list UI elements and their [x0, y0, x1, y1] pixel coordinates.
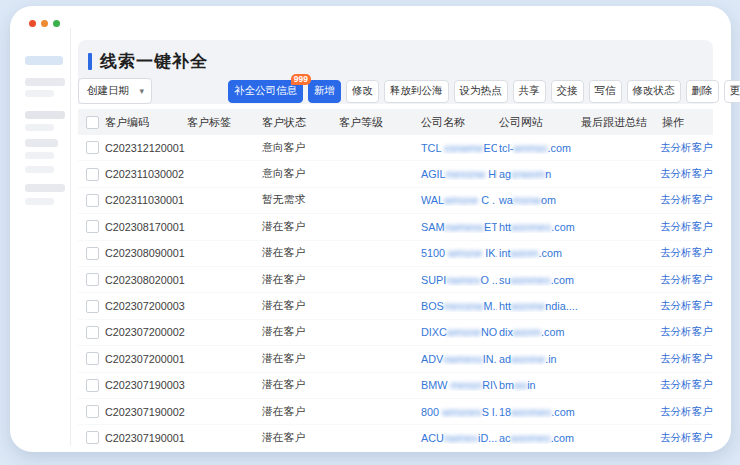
row-checkbox-cell	[78, 273, 103, 286]
toolbar-button-2[interactable]: 设为热点	[454, 80, 508, 103]
column-header-2: 客户状态	[260, 115, 337, 130]
row-checkbox-cell	[78, 220, 103, 233]
more-button[interactable]: 更多... ▾	[724, 80, 740, 103]
company-name-link[interactable]: TCL xsnwmeEC...	[419, 142, 497, 154]
company-website-link[interactable]: tcl-wnmso.com	[497, 142, 579, 154]
customer-code: C202307190003	[103, 379, 185, 391]
customer-code: C202312120001	[103, 142, 185, 154]
toolbar-button-0[interactable]: 修改	[346, 80, 379, 103]
sidebar-item[interactable]	[25, 198, 54, 205]
customer-status: 潜在客户	[260, 220, 337, 234]
window-minimize-icon[interactable]	[41, 20, 48, 27]
analyze-customer-link[interactable]: 去分析客户	[654, 246, 713, 260]
website-suf: .com	[541, 326, 564, 338]
customer-status: 意向客户	[260, 167, 337, 181]
window-maximize-icon[interactable]	[53, 20, 60, 27]
window-close-icon[interactable]	[29, 20, 36, 27]
row-checkbox[interactable]	[86, 405, 99, 418]
sidebar-item[interactable]	[25, 184, 65, 192]
row-checkbox[interactable]	[86, 194, 99, 207]
analyze-customer-link[interactable]: 去分析客户	[654, 299, 713, 313]
company-website-link[interactable]: suwsnmeo.com	[497, 274, 579, 286]
sidebar-item[interactable]	[25, 152, 54, 159]
customer-status: 潜在客户	[260, 352, 337, 366]
company-name-link[interactable]: AGILmexsnw HN...	[419, 168, 497, 180]
table-row: C202311030001 暂无需求 WALwmsne C . wamsnwom…	[78, 188, 713, 214]
customer-status: 潜在客户	[260, 431, 337, 445]
sidebar-item[interactable]	[25, 124, 54, 131]
sidebar-item-active[interactable]	[25, 56, 63, 65]
company-name-link[interactable]: DIXCwmsneNO...	[419, 326, 497, 338]
toolbar-button-7[interactable]: 删除	[686, 80, 719, 103]
company-suf: S I...	[482, 406, 497, 418]
row-checkbox[interactable]	[86, 352, 99, 365]
company-name-link[interactable]: ACUnwmexiD...	[419, 432, 497, 444]
company-website-link[interactable]: acwsnmeo.com	[497, 432, 579, 444]
website-blur: wsnme	[511, 353, 545, 365]
analyze-customer-link[interactable]: 去分析客户	[654, 141, 713, 155]
analyze-customer-link[interactable]: 去分析客户	[654, 193, 713, 207]
customer-code: C202308020001	[103, 274, 185, 286]
row-checkbox[interactable]	[86, 247, 99, 260]
company-name-link[interactable]: WALwmsne C .	[419, 194, 497, 206]
row-checkbox[interactable]	[86, 273, 99, 286]
analyze-customer-link[interactable]: 去分析客户	[654, 405, 713, 419]
website-suf: om	[541, 194, 556, 206]
table-row: C202307200003 潜在客户 BOSmexsnwM... httwsnm…	[78, 293, 713, 319]
toolbar-button-5[interactable]: 写信	[589, 80, 622, 103]
sidebar-item[interactable]	[25, 139, 58, 147]
sidebar-item[interactable]	[25, 78, 65, 86]
toolbar-button-1[interactable]: 释放到公海	[384, 80, 449, 103]
company-website-link[interactable]: httwsnmendia....	[497, 300, 579, 312]
sidebar-item[interactable]	[25, 111, 65, 119]
row-checkbox[interactable]	[86, 326, 99, 339]
select-all-checkbox[interactable]	[86, 116, 99, 129]
company-website-link[interactable]: adwsnme.in	[497, 353, 579, 365]
company-blur: mexsnw	[444, 300, 484, 312]
complete-company-info-button[interactable]: 补全公司信息 999	[228, 80, 303, 103]
website-pre: bm	[499, 379, 514, 391]
analyze-customer-link[interactable]: 去分析客户	[654, 352, 713, 366]
toolbar-button-3[interactable]: 共享	[513, 80, 546, 103]
analyze-customer-link[interactable]: 去分析客户	[654, 378, 713, 392]
company-name-link[interactable]: SAMnwmexsET...	[419, 221, 497, 233]
company-name-link[interactable]: SUPInwmexO ...	[419, 274, 497, 286]
sidebar-item[interactable]	[25, 166, 54, 173]
create-date-filter-dropdown[interactable]: 创建日期 ▾	[78, 78, 152, 104]
add-new-button[interactable]: 新增	[308, 80, 341, 103]
company-website-link[interactable]: agsnwomn	[497, 168, 579, 180]
sidebar-item[interactable]	[25, 90, 54, 97]
company-website-link[interactable]: bmwsin	[497, 379, 579, 391]
row-checkbox[interactable]	[86, 300, 99, 313]
website-pre: ad	[499, 353, 511, 365]
company-pre: DIXC	[421, 326, 447, 338]
website-suf: ndia....	[545, 300, 577, 312]
company-name-link[interactable]: BMW mexsnRIV...	[419, 379, 497, 391]
company-website-link[interactable]: intwsnm.com	[497, 247, 579, 259]
company-blur: wmsne	[444, 194, 478, 206]
table-row: C202312120001 意向客户 TCL xsnwmeEC... tcl-w…	[78, 135, 713, 161]
company-website-link[interactable]: dixwsnm.com	[497, 326, 579, 338]
company-name-link[interactable]: BOSmexsnwM...	[419, 300, 497, 312]
row-checkbox[interactable]	[86, 220, 99, 233]
analyze-customer-link[interactable]: 去分析客户	[654, 325, 713, 339]
analyze-customer-link[interactable]: 去分析客户	[654, 220, 713, 234]
company-website-link[interactable]: httwsnmeo.com	[497, 221, 579, 233]
row-checkbox[interactable]	[86, 431, 99, 444]
website-blur: wsnmeo	[511, 221, 551, 233]
company-website-link[interactable]: wamsnwom	[497, 194, 579, 206]
company-name-link[interactable]: 5100 wmsne IK...	[419, 247, 497, 259]
company-website-link[interactable]: 18wsnmeo.com	[497, 406, 579, 418]
row-checkbox[interactable]	[86, 379, 99, 392]
toolbar-button-6[interactable]: 修改状态	[627, 80, 681, 103]
filter-label: 创建日期	[87, 84, 129, 98]
toolbar-button-4[interactable]: 交接	[551, 80, 584, 103]
company-blur: wmsne	[447, 326, 481, 338]
analyze-customer-link[interactable]: 去分析客户	[654, 431, 713, 445]
analyze-customer-link[interactable]: 去分析客户	[654, 273, 713, 287]
row-checkbox[interactable]	[86, 141, 99, 154]
company-name-link[interactable]: 800 wmsnexS I...	[419, 406, 497, 418]
company-name-link[interactable]: ADVnwmexsIN...	[419, 353, 497, 365]
row-checkbox[interactable]	[86, 168, 99, 181]
analyze-customer-link[interactable]: 去分析客户	[654, 167, 713, 181]
